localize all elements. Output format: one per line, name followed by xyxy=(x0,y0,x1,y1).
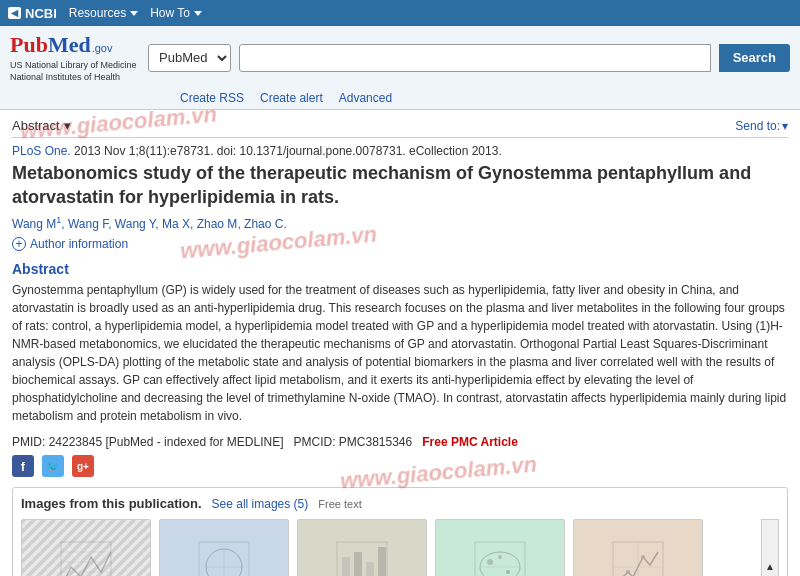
svg-point-17 xyxy=(487,559,493,565)
social-icons: f 🐦 g+ xyxy=(12,455,788,477)
ncbi-icon: ◀ xyxy=(8,7,21,19)
search-input[interactable] xyxy=(239,44,711,72)
article-source: PLoS One. 2013 Nov 1;8(11):e78731. doi: … xyxy=(12,144,788,158)
images-row xyxy=(21,519,779,576)
author-info-toggle[interactable]: + Author information xyxy=(12,237,788,251)
sendto-arrow-icon: ▾ xyxy=(782,119,788,133)
image-thumb-4[interactable] xyxy=(435,519,565,576)
facebook-icon[interactable]: f xyxy=(12,455,34,477)
create-alert-link[interactable]: Create alert xyxy=(260,91,323,105)
pubmed-logo: PubMed.gov xyxy=(10,32,140,58)
search-database-select[interactable]: PubMed xyxy=(148,44,231,72)
journal-link[interactable]: PLoS One. xyxy=(12,144,71,158)
plus-icon: + xyxy=(12,237,26,251)
image-thumb-2[interactable] xyxy=(159,519,289,576)
abstract-arrow-icon: ▾ xyxy=(64,118,71,133)
pubmed-pub: Pub xyxy=(10,32,48,58)
create-rss-link[interactable]: Create RSS xyxy=(180,91,244,105)
images-scroll-up-button[interactable]: ▲ xyxy=(761,519,779,576)
images-scroll-container: ▲ xyxy=(21,519,779,576)
images-header: Images from this publication. See all im… xyxy=(21,496,779,511)
svg-rect-13 xyxy=(378,547,386,576)
svg-point-19 xyxy=(498,555,502,559)
twitter-icon[interactable]: 🐦 xyxy=(42,455,64,477)
search-button[interactable]: Search xyxy=(719,44,790,72)
pubmed-med: Med xyxy=(48,32,91,58)
resources-arrow-icon xyxy=(130,11,138,16)
image-thumb-5[interactable] xyxy=(573,519,703,576)
howto-arrow-icon xyxy=(194,11,202,16)
author-ma-x[interactable]: Ma X xyxy=(162,217,190,231)
article-title: Metabonomics study of the therapeutic me… xyxy=(12,162,788,209)
author-zhao-m[interactable]: Zhao M xyxy=(197,217,238,231)
see-all-images-link[interactable]: See all images (5) xyxy=(212,497,309,511)
top-nav: ◀ NCBI Resources How To xyxy=(0,0,800,26)
abstract-header: Abstract ▾ Send to: ▾ xyxy=(12,118,788,138)
svg-point-24 xyxy=(641,555,645,559)
search-bar: PubMed.gov US National Library of Medici… xyxy=(0,26,800,110)
images-section-title: Images from this publication. xyxy=(21,496,202,511)
svg-rect-12 xyxy=(366,562,374,576)
svg-rect-10 xyxy=(342,557,350,576)
send-to-button[interactable]: Send to: ▾ xyxy=(735,119,788,133)
free-pmc-link[interactable]: Free PMC Article xyxy=(422,435,518,449)
googleplus-icon[interactable]: g+ xyxy=(72,455,94,477)
resources-link[interactable]: Resources xyxy=(69,6,138,20)
images-section: Images from this publication. See all im… xyxy=(12,487,788,576)
svg-point-23 xyxy=(626,570,630,574)
author-wang-f[interactable]: Wang F xyxy=(68,217,108,231)
howto-link[interactable]: How To xyxy=(150,6,202,20)
pubmed-indexed: [PubMed - indexed for MEDLINE] xyxy=(105,435,283,449)
authors-line: Wang M1, Wang F, Wang Y, Ma X, Zhao M, Z… xyxy=(12,215,788,231)
pubmed-gov: .gov xyxy=(92,42,113,54)
author-zhao-c[interactable]: Zhao C xyxy=(244,217,283,231)
pmcid-value: PMCID: PMC3815346 xyxy=(294,435,413,449)
author-wang-m[interactable]: Wang M xyxy=(12,217,56,231)
svg-rect-11 xyxy=(354,552,362,576)
abstract-section-title: Abstract xyxy=(12,261,788,277)
image-thumb-1[interactable] xyxy=(21,519,151,576)
abstract-label: Abstract ▾ xyxy=(12,118,71,133)
svg-point-18 xyxy=(506,570,510,574)
image-thumb-3[interactable] xyxy=(297,519,427,576)
author-wang-y[interactable]: Wang Y xyxy=(115,217,155,231)
pmid-value: PMID: 24223845 xyxy=(12,435,102,449)
free-text-badge: Free text xyxy=(318,498,361,510)
ncbi-logo: ◀ NCBI xyxy=(8,6,57,21)
main-content: Abstract ▾ Send to: ▾ PLoS One. 2013 Nov… xyxy=(0,110,800,576)
ncbi-text: NCBI xyxy=(25,6,57,21)
abstract-text: Gynostemma pentaphyllum (GP) is widely u… xyxy=(12,281,788,425)
search-links: Create RSS Create alert Advanced xyxy=(10,87,790,109)
advanced-link[interactable]: Advanced xyxy=(339,91,392,105)
pmid-line: PMID: 24223845 [PubMed - indexed for MED… xyxy=(12,435,788,449)
pubmed-tagline: US National Library of Medicine National… xyxy=(10,60,140,83)
